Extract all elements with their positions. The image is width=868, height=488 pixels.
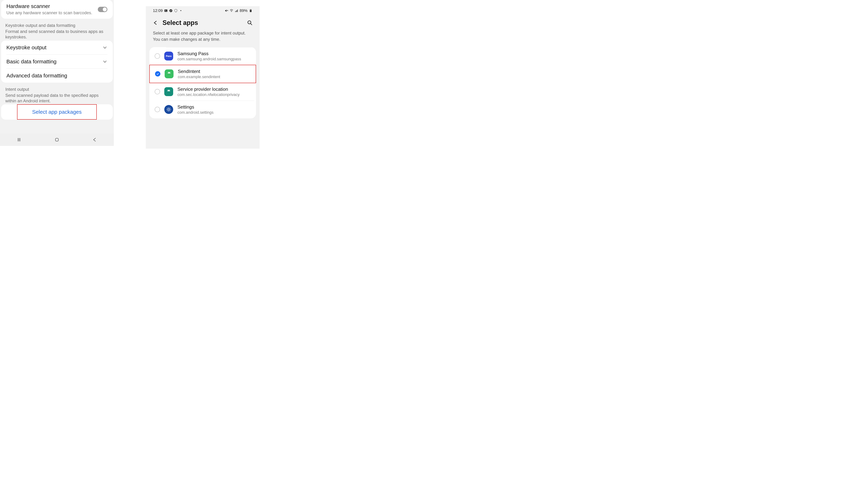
signal-icon [235, 9, 238, 12]
back-button[interactable] [92, 137, 97, 142]
svg-rect-13 [250, 9, 251, 9]
hardware-scanner-desc: Use any hardware scanner to scan barcode… [6, 10, 107, 16]
svg-line-22 [168, 90, 168, 90]
svg-line-23 [169, 90, 170, 90]
header-bar: Select apps [146, 14, 259, 28]
search-icon[interactable] [247, 20, 252, 25]
chevron-down-icon [102, 45, 107, 50]
intent-section-title: Intent output [5, 87, 108, 92]
svg-point-16 [168, 73, 169, 73]
keystroke-section-header: Keystroke output and data formatting For… [0, 21, 114, 40]
battery-percent: 89% [240, 8, 247, 13]
instructions-text: Select at least one app package for inte… [146, 28, 259, 47]
hardware-scanner-title: Hardware scanner [6, 3, 107, 9]
chevron-down-icon [102, 59, 107, 64]
keystroke-section-desc: Format and send scanned data to business… [5, 29, 108, 40]
settings-screen-left: Hardware scanner Use any hardware scanne… [0, 0, 114, 146]
svg-point-21 [169, 90, 170, 91]
svg-point-2 [165, 10, 165, 11]
app-icon [164, 87, 173, 96]
svg-point-20 [168, 90, 168, 91]
app-name: Samsung Pass [178, 51, 241, 56]
svg-rect-7 [235, 11, 236, 12]
apps-list: PassSamsung Passcom.samsung.android.sams… [149, 47, 256, 118]
hardware-scanner-row[interactable]: Hardware scanner Use any hardware scanne… [1, 0, 113, 19]
gallery-icon [164, 9, 168, 12]
back-icon[interactable] [153, 20, 158, 25]
svg-point-6 [231, 11, 232, 12]
shield-icon [174, 9, 178, 12]
svg-line-15 [250, 24, 252, 25]
svg-rect-8 [236, 11, 237, 12]
select-app-card: Select app packages [1, 104, 113, 120]
app-info: Settingscom.android.settings [178, 104, 214, 115]
svg-rect-9 [237, 10, 237, 12]
app-radio[interactable] [155, 71, 160, 77]
app-icon: Pass [164, 52, 173, 60]
svg-line-19 [170, 72, 170, 73]
app-package: com.sec.location.nfwlocationprivacy [178, 92, 240, 97]
app-info: Samsung Passcom.samsung.android.samsungp… [178, 51, 241, 61]
formatting-card: Keystroke output Basic data formatting A… [1, 40, 113, 83]
app-row[interactable]: Settingscom.android.settings [149, 101, 256, 118]
hardware-scanner-toggle[interactable] [98, 7, 107, 12]
app-package: com.example.sendintent [178, 75, 220, 79]
keystroke-output-label: Keystroke output [6, 45, 46, 51]
battery-icon [249, 9, 252, 12]
app-name: SendIntent [178, 69, 220, 74]
basic-formatting-row[interactable]: Basic data formatting [1, 55, 113, 68]
page-title: Select apps [162, 19, 198, 27]
app-info: SendIntentcom.example.sendintent [178, 69, 220, 79]
app-radio[interactable] [155, 107, 160, 112]
app-radio[interactable] [155, 89, 160, 94]
select-apps-screen: 12:09 • 89% [146, 6, 259, 149]
intent-section-header: Intent output Send scanned payload data … [0, 84, 114, 104]
app-row[interactable]: SendIntentcom.example.sendintent [149, 65, 256, 83]
select-app-packages-button[interactable]: Select app packages [18, 105, 96, 119]
home-button[interactable] [54, 137, 59, 142]
hardware-scanner-card: Hardware scanner Use any hardware scanne… [1, 0, 113, 19]
svg-point-24 [168, 109, 169, 110]
intent-section-desc: Send scanned payload data to the specifi… [5, 92, 108, 104]
svg-line-18 [168, 72, 168, 73]
app-package: com.android.settings [178, 110, 214, 115]
keystroke-section-title: Keystroke output and data formatting [5, 23, 108, 28]
android-navbar [0, 134, 114, 146]
svg-point-17 [169, 73, 170, 73]
recents-button[interactable] [17, 137, 22, 142]
app-row[interactable]: Service provider locationcom.sec.locatio… [149, 83, 256, 101]
keystroke-output-row[interactable]: Keystroke output [1, 40, 113, 54]
status-bar: 12:09 • 89% [146, 6, 259, 14]
status-time: 12:09 [153, 8, 163, 13]
svg-rect-0 [56, 138, 58, 141]
mute-icon [225, 9, 228, 12]
app-icon [165, 69, 174, 78]
app-icon [164, 105, 173, 114]
app-package: com.samsung.android.samsungpass [178, 57, 241, 61]
svg-point-14 [248, 21, 251, 24]
app-name: Service provider location [178, 86, 240, 92]
highlight-annotation: Select app packages [17, 104, 97, 120]
basic-formatting-label: Basic data formatting [6, 59, 57, 65]
spacer [114, 0, 146, 154]
app-radio[interactable] [155, 53, 160, 59]
svg-rect-10 [237, 9, 238, 12]
wifi-icon [230, 9, 233, 12]
advanced-formatting-label: Advanced data formatting [6, 73, 67, 79]
check-circle-icon [169, 9, 173, 12]
advanced-formatting-row[interactable]: Advanced data formatting [1, 69, 113, 83]
app-info: Service provider locationcom.sec.locatio… [178, 86, 240, 97]
app-name: Settings [178, 104, 214, 110]
dot-icon: • [179, 9, 183, 12]
svg-rect-12 [250, 10, 251, 12]
app-row[interactable]: PassSamsung Passcom.samsung.android.sams… [149, 47, 256, 65]
